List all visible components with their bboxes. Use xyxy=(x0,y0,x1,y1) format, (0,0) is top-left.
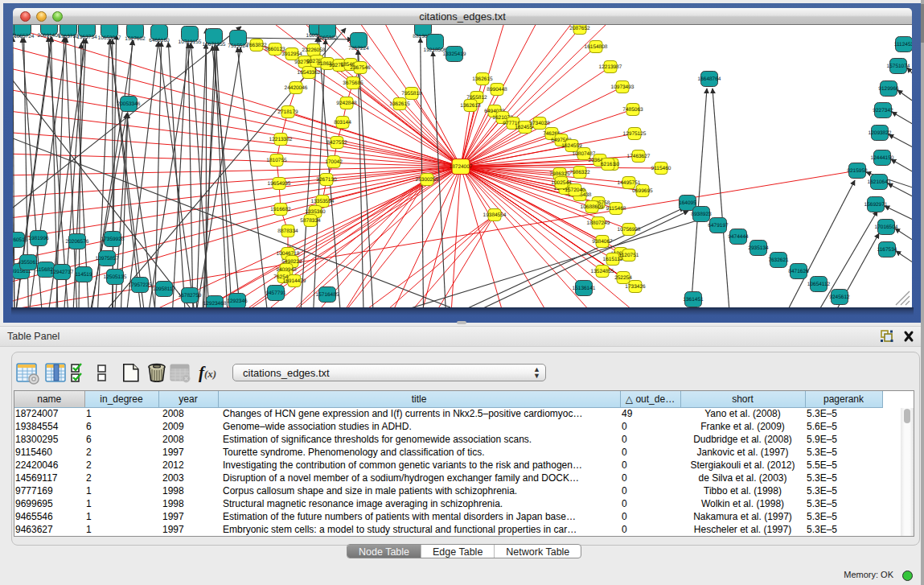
svg-text:170042: 170042 xyxy=(325,159,343,165)
svg-text:19654935: 19654935 xyxy=(268,181,291,187)
svg-text:9129966: 9129966 xyxy=(878,86,899,92)
svg-text:1361451: 1361451 xyxy=(683,297,704,303)
svg-text:8938923: 8938923 xyxy=(691,212,712,217)
svg-text:20053346: 20053346 xyxy=(117,101,141,107)
svg-text:6466160: 6466160 xyxy=(149,38,170,43)
svg-text:1065382: 1065382 xyxy=(317,35,338,41)
svg-text:1167534: 1167534 xyxy=(877,247,897,253)
svg-text:2087652: 2087652 xyxy=(569,26,590,31)
svg-text:1362618: 1362618 xyxy=(460,103,481,109)
svg-text:9474444: 9474444 xyxy=(728,234,749,240)
svg-text:3267130: 3267130 xyxy=(316,177,337,183)
svg-text:12942737: 12942737 xyxy=(51,270,74,275)
svg-text:12975125: 12975125 xyxy=(623,131,647,137)
svg-text:13353594: 13353594 xyxy=(311,199,335,204)
svg-text:10688609: 10688609 xyxy=(581,204,604,210)
svg-text:19384554: 19384554 xyxy=(483,212,507,218)
svg-text:16782759: 16782759 xyxy=(179,293,202,299)
svg-text:10719155: 10719155 xyxy=(179,39,202,45)
svg-text:7632621: 7632621 xyxy=(768,257,789,263)
svg-text:1963730: 1963730 xyxy=(58,34,79,39)
svg-text:9242848: 9242848 xyxy=(336,101,357,106)
svg-text:10653267: 10653267 xyxy=(98,35,121,41)
svg-text:1292346: 1292346 xyxy=(227,299,248,304)
svg-text:12213382: 12213382 xyxy=(269,137,293,142)
svg-text:10671355: 10671355 xyxy=(203,42,226,47)
svg-text:4355061: 4355061 xyxy=(18,260,39,266)
svg-text:8990448: 8990448 xyxy=(487,87,507,93)
svg-text:18724007: 18724007 xyxy=(450,164,473,170)
svg-text:164095: 164095 xyxy=(679,200,696,206)
svg-text:8215958: 8215958 xyxy=(847,168,868,174)
svg-text:1963734: 1963734 xyxy=(76,35,97,40)
svg-text:13325419: 13325419 xyxy=(443,51,466,57)
svg-text:15692971: 15692971 xyxy=(864,202,888,208)
svg-text:8878334: 8878334 xyxy=(277,229,298,234)
svg-text:1572040: 1572040 xyxy=(565,187,585,193)
svg-text:16154808: 16154808 xyxy=(585,44,608,50)
svg-text:26260516: 26260516 xyxy=(13,237,28,243)
svg-text:15136141: 15136141 xyxy=(573,286,596,291)
svg-text:17957225: 17957225 xyxy=(129,282,152,288)
svg-text:13524855: 13524855 xyxy=(591,269,614,274)
svg-text:1362615: 1362615 xyxy=(389,101,410,107)
svg-text:18807249: 18807249 xyxy=(587,220,610,226)
svg-text:1916682: 1916682 xyxy=(270,207,291,212)
svg-text:24420046: 24420046 xyxy=(285,85,308,91)
svg-text:7515524: 7515524 xyxy=(228,43,248,49)
svg-text:5878334: 5878334 xyxy=(300,218,321,224)
svg-text:15751074: 15751074 xyxy=(887,64,910,69)
svg-text:9457791: 9457791 xyxy=(265,290,286,296)
svg-text:9115460: 9115460 xyxy=(651,166,671,171)
svg-text:12505135: 12505135 xyxy=(104,274,127,280)
svg-text:1362615: 1362615 xyxy=(472,76,493,82)
svg-text:7955818: 7955818 xyxy=(401,91,422,97)
svg-text:21055724: 21055724 xyxy=(13,34,35,39)
svg-text:6479197: 6479197 xyxy=(708,223,729,229)
svg-text:1120751: 1120751 xyxy=(619,253,639,258)
svg-text:9115468: 9115468 xyxy=(606,206,626,212)
svg-text:(x): (x) xyxy=(204,368,216,380)
svg-text:10973493: 10973493 xyxy=(611,84,634,90)
svg-text:10756928: 10756928 xyxy=(618,227,641,233)
svg-text:1112453: 1112453 xyxy=(894,42,912,47)
svg-text:17016504: 17016504 xyxy=(875,225,898,230)
svg-text:16210643: 16210643 xyxy=(868,179,891,185)
svg-text:9384067: 9384067 xyxy=(592,239,613,245)
svg-text:12093822: 12093822 xyxy=(869,130,892,136)
svg-text:2935134: 2935134 xyxy=(748,245,769,251)
svg-text:7663822: 7663822 xyxy=(246,43,267,48)
svg-text:2718179: 2718179 xyxy=(277,109,298,115)
svg-text:7857224: 7857224 xyxy=(348,46,369,51)
svg-text:16648764: 16648764 xyxy=(698,76,721,82)
svg-text:9245612: 9245612 xyxy=(829,295,850,300)
svg-text:25300255: 25300255 xyxy=(416,177,439,183)
svg-text:15716485: 15716485 xyxy=(316,292,339,298)
svg-text:1981996: 1981996 xyxy=(28,236,49,241)
svg-text:10975857: 10975857 xyxy=(96,256,119,262)
svg-text:8427552: 8427552 xyxy=(326,140,347,146)
svg-text:252254: 252254 xyxy=(614,275,632,281)
svg-text:114519: 114519 xyxy=(75,272,92,278)
svg-text:2367546: 2367546 xyxy=(350,65,371,71)
svg-text:3675685: 3675685 xyxy=(343,80,363,86)
svg-text:20691406: 20691406 xyxy=(38,33,61,39)
svg-text:16543362: 16543362 xyxy=(298,70,321,76)
svg-text:0699695: 0699695 xyxy=(632,188,653,194)
svg-text:7986322: 7986322 xyxy=(569,170,590,175)
svg-text:62161: 62161 xyxy=(601,162,615,167)
svg-text:10807487: 10807487 xyxy=(573,151,596,157)
svg-text:9227342: 9227342 xyxy=(873,108,893,113)
svg-text:10654112: 10654112 xyxy=(807,282,831,287)
svg-text:803144: 803144 xyxy=(334,120,351,126)
svg-text:20206576: 20206576 xyxy=(66,239,89,245)
svg-text:8471626: 8471626 xyxy=(788,269,809,274)
svg-text:23226058: 23226058 xyxy=(302,47,326,53)
svg-text:12213987: 12213987 xyxy=(599,64,622,70)
svg-text:17359928: 17359928 xyxy=(101,237,125,242)
svg-text:10958117: 10958117 xyxy=(153,286,176,292)
svg-text:16914479: 16914479 xyxy=(283,278,306,284)
svg-text:1733426: 1733426 xyxy=(625,284,646,290)
svg-text:1810755: 1810755 xyxy=(266,158,287,163)
svg-text:7485063: 7485063 xyxy=(622,107,643,113)
